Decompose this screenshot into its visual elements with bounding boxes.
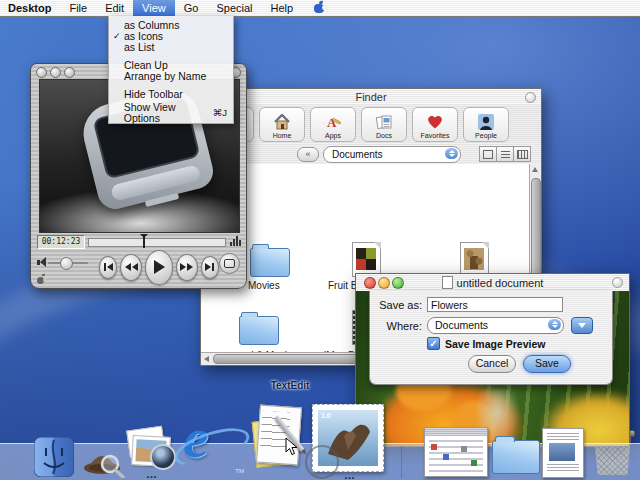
movies-label[interactable]: Movies (248, 280, 280, 291)
desktop: { "menubar": { "items": [ {"label": "Des… (0, 0, 640, 480)
window-widget-button[interactable] (612, 277, 623, 288)
menu-item-arrange-by-name[interactable]: Arrange by Name (109, 71, 233, 82)
toolbar-home-button[interactable]: Home (259, 107, 305, 142)
apple-logo-icon[interactable] (313, 2, 325, 14)
popup-stepper-icon (445, 148, 458, 159)
list-view-button[interactable] (497, 146, 514, 162)
volume-knob[interactable] (60, 257, 73, 270)
document-dock-icon[interactable] (542, 428, 584, 478)
running-indicator: … (344, 472, 355, 478)
window-zoom-button[interactable] (392, 277, 404, 289)
shortcut-label: ⌘J (213, 107, 227, 118)
apple-logo-icon (36, 275, 45, 284)
timecode-display: 00:12:23 (37, 235, 85, 249)
save-as-label: Save as: (370, 299, 422, 311)
window-zoom-button[interactable] (64, 67, 75, 78)
toolbar-apps-button[interactable]: A Apps (310, 107, 356, 142)
menu-edit[interactable]: Edit (96, 0, 133, 16)
save-as-input[interactable] (427, 297, 563, 312)
document-title: untitled document (457, 277, 544, 289)
quicktime-tv-button[interactable] (219, 253, 240, 274)
disclosure-button[interactable] (571, 317, 593, 334)
view-menu-dropdown: as Columns ✓as Icons as List Clean Up Ar… (108, 16, 234, 124)
window-close-button[interactable] (364, 277, 376, 289)
textedit-dock-icon[interactable] (246, 404, 310, 470)
mouse-cursor (285, 437, 298, 456)
sherlock-dock-icon[interactable] (82, 442, 126, 478)
transport-controls (99, 249, 219, 285)
running-indicator: … (146, 471, 157, 477)
camera-lens-icon (150, 444, 176, 470)
checkmark-icon: ✓ (113, 31, 124, 42)
documents-icon (375, 112, 393, 132)
home-icon (273, 112, 291, 132)
quicktime-controls: 00:12:23 (31, 231, 246, 287)
movies-folder-icon[interactable] (250, 248, 290, 277)
fast-forward-button[interactable] (176, 254, 198, 281)
untitled-document-window: untitled document Save as: Where: Docume… (355, 273, 630, 447)
cancel-button[interactable]: Cancel (468, 355, 516, 373)
window-minimize-button[interactable] (378, 277, 390, 289)
heart-icon (426, 112, 444, 132)
checkbox-label: Save Image Preview (445, 338, 545, 350)
menu-view[interactable]: View (133, 0, 175, 16)
column-view-button[interactable] (514, 146, 531, 162)
finder-navbar: « Documents (201, 143, 541, 165)
finder-dock-icon[interactable] (34, 437, 74, 477)
window-minimize-button[interactable] (50, 67, 61, 78)
playhead-handle[interactable] (143, 236, 145, 248)
person-icon (477, 112, 495, 132)
menu-file[interactable]: File (60, 0, 96, 16)
svg-text:A: A (327, 115, 337, 130)
rewind-button[interactable] (120, 254, 142, 281)
finder-titlebar[interactable]: Finder (201, 89, 541, 106)
location-popup[interactable]: Documents (323, 146, 461, 163)
scroll-left-arrow[interactable] (204, 356, 209, 362)
internet-explorer-dock-icon[interactable]: e TM (176, 410, 244, 476)
menu-item-show-view-options[interactable]: Show View Options⌘J (109, 107, 233, 118)
window-widget-button[interactable] (525, 92, 536, 103)
textedit-dock-label: TextEdit (248, 380, 332, 391)
image-capture-dock-icon[interactable] (126, 426, 176, 474)
jump-end-button[interactable] (201, 256, 219, 279)
menu-go[interactable]: Go (175, 0, 208, 16)
music-folder-icon[interactable] (239, 316, 279, 345)
popup-stepper-icon (548, 319, 561, 330)
save-sheet: Save as: Where: Documents ✓ Save Image P… (369, 291, 613, 385)
menubar: Desktop File Edit View Go Special Help (0, 0, 640, 17)
volume-icon (37, 257, 46, 267)
postmark-icon (305, 445, 339, 479)
back-button[interactable]: « (297, 147, 319, 162)
save-button[interactable]: Save (523, 355, 571, 373)
menu-help[interactable]: Help (262, 0, 303, 16)
menu-special[interactable]: Special (207, 0, 261, 16)
scroll-up-arrow[interactable] (532, 167, 538, 172)
toolbar-docs-button[interactable]: Docs (361, 107, 407, 142)
stone-wall-file-icon[interactable] (460, 242, 489, 277)
icon-view-button[interactable] (479, 146, 497, 162)
applications-icon: A (324, 112, 342, 132)
where-label: Where: (370, 320, 422, 332)
dock-divider (401, 446, 402, 478)
menu-item-hide-toolbar[interactable]: Hide Toolbar (109, 89, 233, 100)
volume-slider[interactable] (48, 262, 88, 264)
applestore-window-dock-icon[interactable] (424, 427, 488, 477)
scrubber-track[interactable] (88, 238, 226, 247)
menu-desktop[interactable]: Desktop (0, 0, 60, 16)
fruit-basket-file-icon[interactable] (352, 242, 381, 277)
finder-toolbar: Computer Home A Apps Docs Favorites (201, 105, 541, 144)
toolbar-people-button[interactable]: People (463, 107, 509, 142)
toolbar-favorites-button[interactable]: Favorites (412, 107, 458, 142)
window-close-button[interactable] (36, 67, 47, 78)
play-button[interactable] (145, 250, 173, 285)
save-image-preview-checkbox[interactable]: ✓ (427, 337, 440, 350)
view-mode-buttons (479, 146, 531, 162)
where-popup[interactable]: Documents (427, 317, 564, 334)
document-icon (442, 276, 453, 289)
mail-dock-icon[interactable]: 1.0 (312, 404, 384, 472)
menu-item-as-list[interactable]: as List (109, 42, 233, 53)
folder-dock-icon[interactable] (492, 440, 540, 474)
jump-start-button[interactable] (99, 256, 117, 279)
equalizer-icon (230, 236, 241, 246)
